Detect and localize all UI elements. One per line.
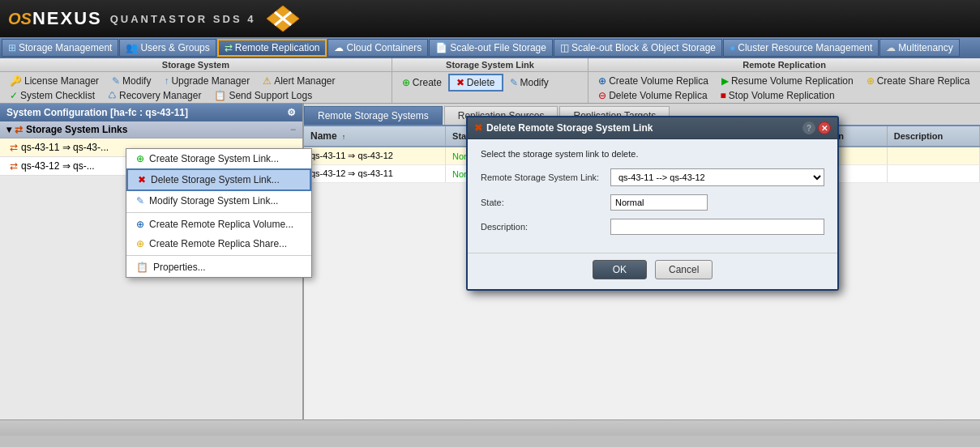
logo-quantastor: QUANTASTOR SDS 4 <box>110 13 256 25</box>
form-label-link: Remote Storage System Link: <box>481 172 610 182</box>
col-description: Description <box>887 126 979 147</box>
modify-link-icon: ✎ <box>510 77 518 88</box>
file-storage-icon: 📄 <box>435 42 447 53</box>
recovery-icon: ♺ <box>108 90 117 101</box>
toolbar-multitenancy[interactable]: ☁ Multitenancy <box>879 39 959 57</box>
create-share-replica-icon: ⊕ <box>867 75 875 87</box>
cluster-icon: ● <box>730 42 735 53</box>
logo-os: OS <box>8 10 32 28</box>
dialog-controls: ? ✕ <box>802 121 831 134</box>
remote-replication-icon: ⇄ <box>225 42 233 53</box>
menu-item-modify-link[interactable]: ✎ Modify <box>503 74 555 92</box>
cell-name-1: qs-43-11 ⇒ qs-43-12 <box>304 147 446 165</box>
menu-bar: Storage System 🔑 License Manager ✎ Modif… <box>0 58 980 104</box>
link1-icon: ⇄ <box>10 142 18 153</box>
ctx-delete-link-icon: ✖ <box>138 174 146 185</box>
menu-section-storage-system-title: Storage System <box>0 58 392 72</box>
menu-section-storage-system: Storage System 🔑 License Manager ✎ Modif… <box>0 58 392 103</box>
storage-mgmt-icon: ⊞ <box>8 42 16 53</box>
toolbar-remote-replication[interactable]: ⇄ Remote Replication <box>217 39 327 57</box>
context-menu-item-modify-link[interactable]: ✎ Modify Storage System Link... <box>126 191 311 211</box>
cell-name-2: qs-43-12 ⇒ qs-43-11 <box>304 165 446 183</box>
menu-item-delete-link[interactable]: ✖ Delete <box>448 74 503 92</box>
alert-icon: ⚠ <box>263 75 272 87</box>
content-area: Remote Storage Systems Replication Sourc… <box>304 104 980 419</box>
toolbar-cluster-resource[interactable]: ● Cluster Resource Management <box>723 39 879 57</box>
menu-item-modify[interactable]: ✎ Modify <box>105 74 157 88</box>
logo-x-icon <box>265 4 301 33</box>
dialog-titlebar: ✖ Delete Remote Storage System Link ? ✕ <box>468 117 837 139</box>
ctx-create-link-icon: ⊕ <box>136 153 144 164</box>
cloud-icon: ☁ <box>334 42 344 53</box>
logo: OS NEXUS QUANTASTOR SDS 4 <box>8 8 255 29</box>
dialog-intro-text: Select the storage system link to delete… <box>481 149 824 159</box>
cell-description-1 <box>887 147 979 165</box>
main-area: System Configuration [ha-fc : qs-43-11] … <box>0 104 980 419</box>
description-input[interactable] <box>610 219 824 235</box>
dialog-cancel-button[interactable]: Cancel <box>655 260 713 279</box>
sidebar-section-header: ▾ ⇄ Storage System Links − <box>0 121 302 138</box>
ctx-replica-share-icon: ⊕ <box>136 238 144 249</box>
menu-item-license-manager[interactable]: 🔑 License Manager <box>3 74 105 88</box>
statusbar <box>0 419 980 436</box>
dialog-help-button[interactable]: ? <box>802 121 815 134</box>
dialog-footer: OK Cancel <box>468 253 837 289</box>
context-menu-item-create-replica-volume[interactable]: ⊕ Create Remote Replica Volume... <box>126 215 311 234</box>
form-label-description: Description: <box>481 222 610 232</box>
modify-icon: ✎ <box>112 75 120 87</box>
checklist-icon: ✓ <box>10 90 18 101</box>
menu-item-send-support-logs[interactable]: 📋 Send Support Logs <box>208 88 319 103</box>
sort-arrow-icon: ↑ <box>342 133 346 141</box>
dialog-ok-button[interactable]: OK <box>593 260 647 279</box>
context-menu-item-create-replica-share[interactable]: ⊕ Create Remote Replica Share... <box>126 234 311 253</box>
sidebar-section-label: Storage System Links <box>26 124 127 135</box>
section-collapse-icon[interactable]: ▾ <box>6 124 11 135</box>
toolbar-scale-out-block[interactable]: ◫ Scale-out Block & Object Storage <box>554 39 722 57</box>
toolbar-cloud-containers[interactable]: ☁ Cloud Containers <box>327 39 428 57</box>
cell-description-2 <box>887 165 979 183</box>
toolbar-users-groups[interactable]: 👥 Users & Groups <box>119 39 216 57</box>
menu-item-create-share-replica[interactable]: ⊕ Create Share Replica <box>860 74 977 88</box>
delete-link-icon: ✖ <box>456 77 464 88</box>
menu-item-system-checklist[interactable]: ✓ System Checklist <box>3 88 101 103</box>
col-name: Name ↑ <box>304 126 446 147</box>
link2-icon: ⇄ <box>10 160 18 172</box>
context-menu-item-delete-link[interactable]: ✖ Delete Storage System Link... <box>126 168 311 191</box>
multitenancy-icon: ☁ <box>886 42 896 53</box>
form-label-state: State: <box>481 198 610 207</box>
delete-volume-replica-icon: ⊖ <box>598 90 606 101</box>
dialog-close-button[interactable]: ✕ <box>818 121 831 134</box>
menu-item-recovery-manager[interactable]: ♺ Recovery Manager <box>101 88 208 103</box>
create-volume-replica-icon: ⊕ <box>598 75 606 87</box>
tab-remote-storage[interactable]: Remote Storage Systems <box>304 106 443 125</box>
sidebar-title: System Configuration [ha-fc : qs-43-11] <box>6 107 188 118</box>
menu-item-alert-manager[interactable]: ⚠ Alert Manager <box>256 74 341 88</box>
form-control-link: qs-43-11 --> qs-43-12 <box>610 168 824 186</box>
upgrade-icon: ↑ <box>164 75 169 87</box>
menu-item-create-link[interactable]: ⊕ Create <box>396 74 448 92</box>
menu-item-upgrade-manager[interactable]: ↑ Upgrade Manager <box>157 74 256 88</box>
toolbar-scale-out-file[interactable]: 📄 Scale-out File Storage <box>429 39 553 57</box>
menu-item-stop-volume-replication[interactable]: ■ Stop Volume Replication <box>714 88 841 103</box>
state-input[interactable] <box>610 194 708 211</box>
section-minus-icon[interactable]: − <box>290 124 296 135</box>
ctx-modify-link-icon: ✎ <box>136 195 144 206</box>
form-row-description: Description: <box>481 219 824 235</box>
menu-item-create-volume-replica[interactable]: ⊕ Create Volume Replica <box>592 74 715 88</box>
section-link-icon: ⇄ <box>15 124 23 135</box>
form-control-state <box>610 194 824 211</box>
sidebar: System Configuration [ha-fc : qs-43-11] … <box>0 104 304 419</box>
logo-nexus: NEXUS <box>32 8 102 29</box>
dialog: ✖ Delete Remote Storage System Link ? ✕ … <box>466 116 839 291</box>
menu-item-resume-volume-replication[interactable]: ▶ Resume Volume Replication <box>715 74 860 88</box>
form-control-description <box>610 219 824 235</box>
sidebar-header: System Configuration [ha-fc : qs-43-11] … <box>0 104 302 121</box>
link-select[interactable]: qs-43-11 --> qs-43-12 <box>610 168 824 186</box>
context-menu-item-properties[interactable]: 📋 Properties... <box>126 258 311 277</box>
sidebar-config-icon: ⚙ <box>287 107 296 118</box>
dialog-body: Select the storage system link to delete… <box>468 139 837 253</box>
context-menu: ⊕ Create Storage System Link... ✖ Delete… <box>126 148 312 278</box>
context-menu-item-create-link[interactable]: ⊕ Create Storage System Link... <box>126 149 311 168</box>
toolbar-storage-mgmt[interactable]: ⊞ Storage Management <box>2 39 118 57</box>
menu-item-delete-volume-replica[interactable]: ⊖ Delete Volume Replica <box>592 88 713 103</box>
